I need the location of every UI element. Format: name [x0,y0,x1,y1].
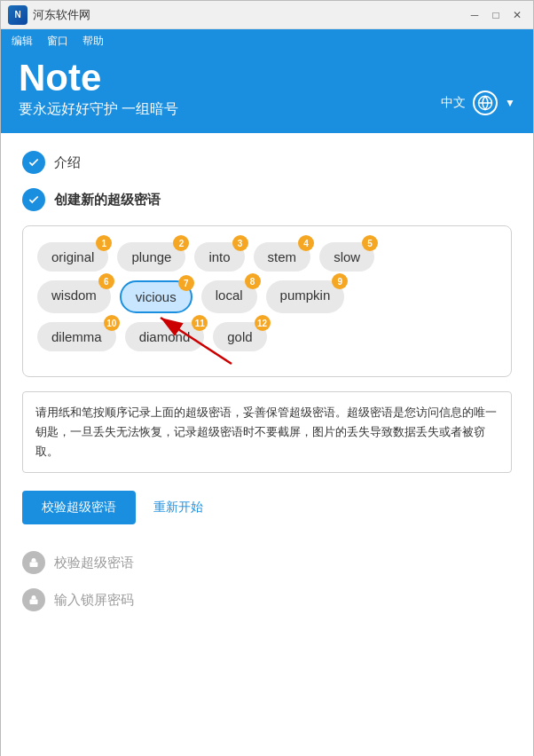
window-chrome: N 河东软件网 ─ □ ✕ [1,1,533,29]
word-chip-wisdom[interactable]: 6 wisdom [37,280,111,313]
step-intro-label: 介绍 [54,154,81,171]
word-number-8: 8 [245,273,261,289]
window-controls: ─ □ ✕ [466,6,526,24]
word-number-3: 3 [232,235,248,251]
restart-button[interactable]: 重新开始 [153,500,203,516]
instructions-box: 请用纸和笔按顺序记录上面的超级密语，妥善保管超级密语。超级密语是您访问信息的唯一… [22,391,512,473]
word-number-1: 1 [96,235,112,251]
step-verify-icon [22,551,45,574]
minimize-button[interactable]: ─ [466,6,483,24]
word-number-10: 10 [104,315,120,331]
word-row-1: 1 original 2 plunge 3 into 4 stem 5 sl [37,242,497,272]
step-create: 创建新的超级密语 [22,188,512,211]
word-chip-pumpkin[interactable]: 9 pumpkin [266,280,345,313]
word-chip-diamond[interactable]: 11 diamond [125,322,205,351]
step-create-icon [22,188,45,211]
app-header: Note 要永远好好守护 一组暗号 中文 ▼ [1,52,533,133]
word-chip-plunge[interactable]: 2 plunge [117,242,185,272]
step-intro-icon [22,151,45,174]
language-label: 中文 [441,95,466,111]
window-frame: N 河东软件网 ─ □ ✕ 编辑 窗口 帮助 Note 要永远好好守护 一组暗号… [0,0,534,756]
action-buttons: 校验超级密语 重新开始 [22,491,512,524]
globe-icon[interactable] [473,91,498,115]
word-chip-vicious[interactable]: 7 vicious [120,280,192,313]
word-chip-stem[interactable]: 4 stem [254,242,311,272]
app-subtitle: 要永远好好守护 一组暗号 [19,100,178,119]
step-lockscreen-label: 输入锁屏密码 [54,592,134,609]
word-number-11: 11 [192,315,208,331]
step-verify: 校验超级密语 [22,551,512,574]
step-create-label: 创建新的超级密语 [54,192,161,209]
svg-rect-4 [30,563,38,568]
word-grid-container: 1 original 2 plunge 3 into 4 stem 5 sl [22,225,512,377]
close-button[interactable]: ✕ [508,6,526,24]
language-dropdown-arrow[interactable]: ▼ [505,97,515,109]
window-title-bar: N 河东软件网 [8,5,90,25]
maximize-button[interactable]: □ [487,6,505,24]
instructions-text: 请用纸和笔按顺序记录上面的超级密语，妥善保管超级密语。超级密语是您访问信息的唯一… [35,406,497,458]
word-chip-slow[interactable]: 5 slow [319,242,374,272]
header-left: Note 要永远好好守护 一组暗号 [19,58,178,119]
menu-item-window[interactable]: 窗口 [47,34,68,49]
app-title: Note [19,58,178,98]
step-verify-label: 校验超级密语 [54,555,134,571]
word-chip-local[interactable]: 8 local [201,280,257,313]
app-logo: N [8,5,27,25]
word-number-7: 7 [178,275,194,291]
menu-bar: 编辑 窗口 帮助 [1,29,533,52]
menu-item-edit[interactable]: 编辑 [12,34,33,49]
svg-rect-5 [30,600,38,605]
word-row-3: 10 dilemma 11 diamond 12 gold [37,322,497,351]
step-lockscreen-icon [22,588,45,611]
word-row-2: 6 wisdom 7 vicious 8 local 9 pumpkin [37,280,497,313]
step-intro: 介绍 [22,151,512,174]
word-number-6: 6 [98,273,114,289]
word-chip-into[interactable]: 3 into [194,242,244,272]
main-content: 介绍 创建新的超级密语 1 original 2 plunge [1,133,533,756]
menu-item-help[interactable]: 帮助 [82,34,104,49]
step-lockscreen: 输入锁屏密码 [22,588,512,611]
word-number-4: 4 [298,235,314,251]
word-number-9: 9 [332,273,348,289]
verify-button[interactable]: 校验超级密语 [22,491,136,524]
word-chip-original[interactable]: 1 original [37,242,108,272]
window-title: 河东软件网 [33,7,90,23]
word-number-5: 5 [362,235,378,251]
header-right: 中文 ▼ [441,91,515,119]
word-chip-dilemma[interactable]: 10 dilemma [37,322,116,351]
word-number-2: 2 [173,235,189,251]
word-chip-gold[interactable]: 12 gold [213,322,266,351]
word-number-12: 12 [255,315,271,331]
